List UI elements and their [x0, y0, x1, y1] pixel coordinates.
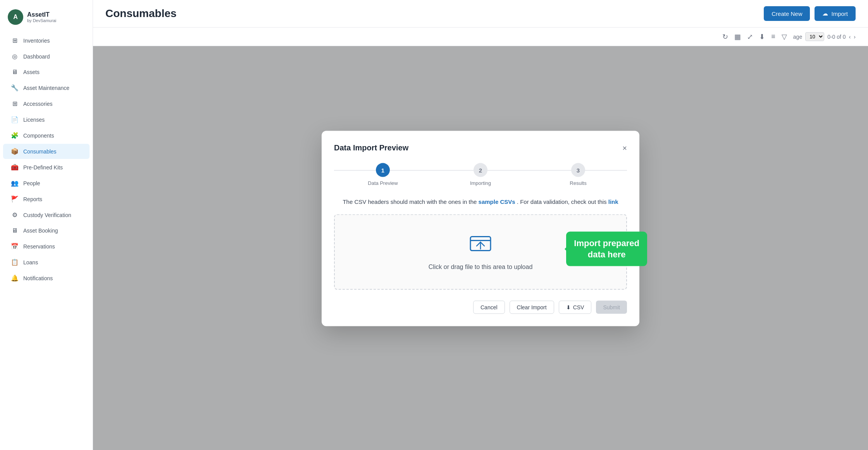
info-prefix: The CSV headers should match with the on… [343, 198, 478, 205]
sidebar-label-components: Components [23, 133, 54, 139]
sidebar-item-people[interactable]: 👥 People [3, 176, 90, 191]
sidebar-item-inventories[interactable]: ⊞ Inventories [3, 33, 90, 48]
sidebar: A AssetIT by DevSamurai ⊞ Inventories ◎ … [0, 0, 93, 450]
download-icon[interactable]: ⬇ [759, 33, 765, 41]
filter-icon[interactable]: ▽ [782, 33, 787, 41]
sidebar-item-reports[interactable]: 🚩 Reports [3, 191, 90, 207]
refresh-icon[interactable]: ↻ [722, 33, 728, 41]
step-2-circle: 2 [474, 163, 487, 177]
people-icon: 👥 [11, 179, 19, 187]
submit-button[interactable]: Submit [596, 301, 627, 314]
sidebar-item-components[interactable]: 🧩 Components [3, 128, 90, 143]
step-1-label: Data Preview [368, 180, 398, 186]
grid-view-icon[interactable]: ▦ [734, 33, 741, 41]
sidebar-label-asset-maintenance: Asset Maintenance [23, 85, 69, 91]
sample-csvs-link[interactable]: sample CSVs [479, 198, 515, 205]
pagination-info: age 10 25 50 0-0 of 0 ‹ › [793, 32, 856, 41]
sidebar-item-consumables[interactable]: 📦 Consumables [3, 144, 90, 159]
stepper-step-3: 3 Results [529, 163, 627, 186]
import-callout: Import prepareddata here [566, 232, 647, 266]
stepper-step-2: 2 Importing [432, 163, 529, 186]
licenses-icon: 📄 [11, 116, 19, 123]
step-3-circle: 3 [571, 163, 585, 177]
sidebar-label-loans: Loans [23, 259, 38, 266]
modal-title: Data Import Preview [334, 143, 408, 152]
sidebar-item-custody-verification[interactable]: ⚙ Custody Verification [3, 207, 90, 222]
logo-icon: A [8, 9, 23, 25]
page-title: Consumables [105, 7, 177, 20]
csv-label: CSV [573, 304, 584, 310]
sidebar-item-notifications[interactable]: 🔔 Notifications [3, 271, 90, 286]
sidebar-label-people: People [23, 180, 40, 186]
pagination-prev-icon[interactable]: ‹ [849, 34, 851, 40]
filter-options-icon[interactable]: ≡ [771, 33, 775, 41]
asset-maintenance-icon: 🔧 [11, 84, 19, 91]
callout-text: Import prepareddata here [574, 238, 639, 259]
info-middle: . For data validation, check out this [517, 198, 608, 205]
sidebar-label-pre-defined-kits: Pre-Defined Kits [23, 164, 63, 171]
content-area: Data Import Preview × 1 Data Preview 2 I… [93, 46, 868, 450]
reservations-icon: 📅 [11, 243, 19, 250]
step-3-label: Results [570, 180, 586, 186]
upload-label: Click or drag file to this area to uploa… [429, 264, 533, 271]
modal-close-button[interactable]: × [622, 144, 627, 152]
expand-icon[interactable]: ⤢ [747, 33, 753, 41]
accessories-icon: ⊞ [11, 100, 19, 107]
sidebar-label-accessories: Accessories [23, 101, 52, 107]
data-toolbar: ↻ ▦ ⤢ ⬇ ≡ ▽ age 10 25 50 0-0 of 0 ‹ › [93, 28, 868, 46]
create-new-button[interactable]: Create New [764, 6, 810, 21]
sidebar-label-asset-booking: Asset Booking [23, 228, 58, 234]
import-button[interactable]: ☁ Import [815, 6, 856, 21]
loans-icon: 📋 [11, 259, 19, 266]
sidebar-label-reports: Reports [23, 196, 42, 202]
main-content: Consumables Create New ☁ Import ↻ ▦ ⤢ ⬇ … [93, 0, 868, 450]
assets-icon: 🖥 [11, 69, 19, 76]
dashboard-icon: ◎ [11, 53, 19, 60]
import-stepper: 1 Data Preview 2 Importing 3 Results [334, 163, 627, 186]
cancel-button[interactable]: Cancel [473, 301, 505, 314]
custody-verification-icon: ⚙ [11, 211, 19, 219]
stepper-step-1: 1 Data Preview [334, 163, 432, 186]
link-link[interactable]: link [608, 198, 618, 205]
step-1-number: 1 [381, 167, 384, 173]
sidebar-item-accessories[interactable]: ⊞ Accessories [3, 96, 90, 111]
step-2-number: 2 [479, 167, 482, 173]
modal-footer: Cancel Clear Import ⬇ CSV Submit [334, 301, 627, 314]
upload-icon [469, 234, 492, 257]
sidebar-label-assets: Assets [23, 69, 40, 75]
page-header: Consumables Create New ☁ Import [93, 0, 868, 28]
import-button-label: Import [831, 10, 848, 17]
modal-header: Data Import Preview × [334, 143, 627, 152]
sidebar-item-asset-maintenance[interactable]: 🔧 Asset Maintenance [3, 80, 90, 95]
pagination-count: 0-0 of 0 [827, 34, 846, 40]
pagination-next-icon[interactable]: › [854, 34, 856, 40]
app-by: by DevSamurai [27, 18, 56, 23]
sidebar-label-licenses: Licenses [23, 117, 45, 123]
pre-defined-kits-icon: 🧰 [11, 164, 19, 171]
components-icon: 🧩 [11, 132, 19, 139]
step-2-label: Importing [470, 180, 491, 186]
sidebar-label-dashboard: Dashboard [23, 53, 50, 60]
sidebar-label-custody-verification: Custody Verification [23, 212, 71, 218]
download-icon-small: ⬇ [566, 304, 571, 310]
header-actions: Create New ☁ Import [764, 6, 856, 21]
sidebar-item-assets[interactable]: 🖥 Assets [3, 65, 90, 79]
import-info-text: The CSV headers should match with the on… [334, 198, 627, 205]
sidebar-item-licenses[interactable]: 📄 Licenses [3, 112, 90, 127]
sidebar-label-notifications: Notifications [23, 275, 53, 281]
step-3-number: 3 [577, 167, 580, 173]
app-logo: A AssetIT by DevSamurai [0, 6, 93, 33]
page-label: age [793, 34, 802, 40]
consumables-icon: 📦 [11, 148, 19, 155]
clear-import-button[interactable]: Clear Import [510, 301, 554, 314]
sidebar-label-inventories: Inventories [23, 38, 50, 44]
sidebar-item-dashboard[interactable]: ◎ Dashboard [3, 49, 90, 64]
sidebar-item-pre-defined-kits[interactable]: 🧰 Pre-Defined Kits [3, 160, 90, 175]
sidebar-item-loans[interactable]: 📋 Loans [3, 255, 90, 270]
data-import-modal: Data Import Preview × 1 Data Preview 2 I… [322, 131, 639, 326]
sidebar-item-asset-booking[interactable]: 🖥 Asset Booking [3, 223, 90, 238]
download-csv-button[interactable]: ⬇ CSV [559, 301, 592, 314]
sidebar-item-reservations[interactable]: 📅 Reservations [3, 239, 90, 254]
app-name: AssetIT [27, 11, 56, 18]
page-size-select[interactable]: 10 25 50 [805, 32, 824, 41]
